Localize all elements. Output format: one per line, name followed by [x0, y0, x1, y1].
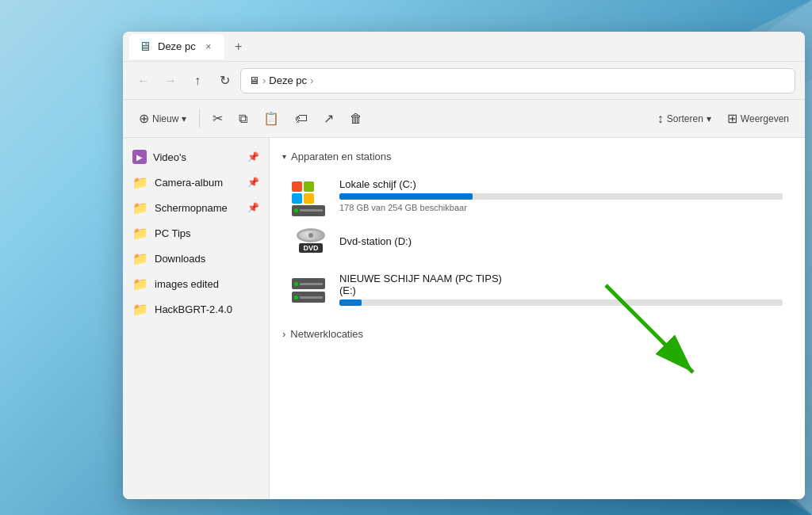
desktop: 🖥 Deze pc × + ← → ↑ ↻ 🖥 › Deze pc › ⊕ Ni…: [0, 0, 812, 515]
sort-button[interactable]: ↕ Sorteren ▾: [651, 106, 718, 132]
back-button[interactable]: ←: [132, 70, 155, 92]
folder-icon-downloads: 📁: [132, 251, 148, 266]
sidebar: ▶ Video's 📌 📁 Camera-album 📌 📁 Schermopn…: [123, 138, 270, 499]
devices-label: Apparaten en stations: [291, 151, 391, 162]
drive-d-info: Dvd-station (D:): [339, 235, 783, 250]
path-sep-2: ›: [310, 74, 313, 86]
network-label: Netwerklocaties: [290, 328, 363, 340]
new-chevron-icon: ▾: [182, 113, 186, 124]
drive-e-icon: [292, 277, 330, 305]
sidebar-label-pctips: PC Tips: [155, 227, 191, 239]
devices-section-header[interactable]: ▾ Apparaten en stations: [282, 151, 792, 162]
drive-e-item[interactable]: NIEUWE SCHIJF NAAM (PC TIPS)(E:): [282, 266, 792, 315]
drive-d-item[interactable]: DVD Dvd-station (D:): [282, 222, 792, 263]
sidebar-label-hackbgrt: HackBGRT-2.4.0: [155, 303, 232, 315]
sort-label: Sorteren: [667, 113, 703, 124]
sidebar-item-images[interactable]: 📁 images edited: [123, 271, 269, 296]
sidebar-item-downloads[interactable]: 📁 Downloads: [123, 246, 269, 271]
network-section-header[interactable]: › Netwerklocaties: [282, 328, 792, 340]
share-icon: ↗: [324, 111, 334, 126]
delete-icon: 🗑: [350, 112, 362, 126]
sidebar-label-downloads: Downloads: [155, 253, 205, 265]
drive-e-name: NIEUWE SCHIJF NAAM (PC TIPS)(E:): [339, 273, 783, 296]
folder-icon-hackbgrt: 📁: [132, 302, 148, 317]
address-bar: ← → ↑ ↻ 🖥 › Deze pc ›: [123, 62, 805, 100]
content-area: ▶ Video's 📌 📁 Camera-album 📌 📁 Schermopn…: [123, 138, 805, 499]
new-tab-button[interactable]: +: [228, 36, 250, 58]
drives-list: Lokale schijf (C:) 178 GB van 254 GB bes…: [282, 172, 792, 315]
copy-icon: ⧉: [239, 112, 247, 126]
explorer-window: 🖥 Deze pc × + ← → ↑ ↻ 🖥 › Deze pc › ⊕ Ni…: [123, 32, 805, 499]
drive-c-icon: [292, 181, 330, 210]
drive-c-fill: [339, 193, 473, 200]
folder-icon-images: 📁: [132, 277, 148, 292]
folder-icon-pctips: 📁: [132, 226, 148, 241]
address-path[interactable]: 🖥 › Deze pc ›: [240, 68, 795, 93]
drive-e-slot: [300, 283, 323, 285]
refresh-button[interactable]: ↻: [213, 70, 236, 92]
tab-computer-icon: 🖥: [139, 40, 151, 54]
main-content: ▾ Apparaten en stations: [270, 138, 805, 499]
forward-button[interactable]: →: [159, 70, 182, 92]
sidebar-item-pctips[interactable]: 📁 PC Tips: [123, 220, 269, 246]
drive-e-led: [294, 282, 298, 286]
drive-d-icon: DVD: [292, 228, 330, 257]
drive-e-base2: [292, 292, 325, 303]
sidebar-label-screenshots: Schermopname: [155, 202, 228, 214]
devices-chevron-icon: ▾: [282, 152, 286, 161]
sort-chevron-icon: ▾: [707, 113, 711, 124]
title-bar: 🖥 Deze pc × +: [123, 32, 805, 62]
drive-c-info: Lokale schijf (C:) 178 GB van 254 GB bes…: [339, 178, 783, 212]
rename-icon: 🏷: [295, 112, 308, 126]
new-button[interactable]: ⊕ Nieuw ▾: [132, 106, 193, 132]
windows-logo-icon: [292, 181, 314, 204]
drive-e-info: NIEUWE SCHIJF NAAM (PC TIPS)(E:): [339, 273, 783, 309]
cut-icon: ✂: [213, 111, 223, 126]
pin-icon-camera: 📌: [247, 177, 259, 188]
tab-close-button[interactable]: ×: [202, 40, 215, 53]
paste-icon: 📋: [263, 111, 279, 126]
sidebar-item-videos[interactable]: ▶ Video's 📌: [123, 144, 269, 170]
delete-button[interactable]: 🗑: [343, 106, 369, 132]
drive-c-base: [292, 205, 325, 216]
drive-c-item[interactable]: Lokale schijf (C:) 178 GB van 254 GB bes…: [282, 172, 792, 219]
tab-title: Deze pc: [158, 40, 196, 52]
pin-icon-videos: 📌: [247, 151, 259, 162]
drive-e-led2: [294, 296, 298, 299]
path-sep-1: ›: [262, 74, 266, 86]
network-chevron-icon: ›: [282, 328, 285, 340]
cut-button[interactable]: ✂: [206, 106, 229, 132]
explorer-tab[interactable]: 🖥 Deze pc ×: [129, 34, 224, 59]
folder-icon-screenshots: 📁: [132, 200, 148, 216]
copy-button[interactable]: ⧉: [232, 106, 254, 132]
drive-d-name: Dvd-station (D:): [339, 235, 783, 247]
sep-1: [199, 109, 200, 128]
drive-e-slot2: [300, 296, 323, 299]
view-label: Weergeven: [741, 113, 789, 124]
drive-e-fill: [339, 299, 362, 306]
new-icon: ⊕: [139, 111, 149, 126]
videos-icon: ▶: [132, 150, 147, 164]
sidebar-label-images: images edited: [155, 278, 219, 290]
drive-e-bar: [339, 299, 783, 306]
paste-button[interactable]: 📋: [257, 106, 285, 132]
sidebar-label-camera: Camera-album: [155, 177, 223, 189]
sidebar-item-screenshots[interactable]: 📁 Schermopname 📌: [123, 195, 269, 220]
share-button[interactable]: ↗: [317, 106, 340, 132]
path-deze-pc: Deze pc: [269, 74, 307, 86]
path-computer-icon: 🖥: [249, 74, 259, 86]
sidebar-item-hackbgrt[interactable]: 📁 HackBGRT-2.4.0: [123, 296, 269, 322]
view-button[interactable]: ⊞ Weergeven: [721, 106, 795, 132]
toolbar: ⊕ Nieuw ▾ ✂ ⧉ 📋 🏷 ↗ 🗑: [123, 100, 805, 138]
up-button[interactable]: ↑: [186, 70, 209, 92]
view-icon: ⊞: [727, 111, 737, 126]
drive-led: [294, 208, 298, 212]
rename-button[interactable]: 🏷: [289, 106, 314, 132]
drive-c-space: 178 GB van 254 GB beschikbaar: [339, 203, 783, 212]
drive-c-bar: [339, 193, 783, 200]
sidebar-item-camera[interactable]: 📁 Camera-album 📌: [123, 170, 269, 195]
new-label: Nieuw: [152, 113, 178, 124]
sidebar-label-videos: Video's: [153, 151, 186, 163]
sort-icon: ↕: [657, 112, 664, 126]
pin-icon-screenshots: 📌: [247, 202, 259, 213]
